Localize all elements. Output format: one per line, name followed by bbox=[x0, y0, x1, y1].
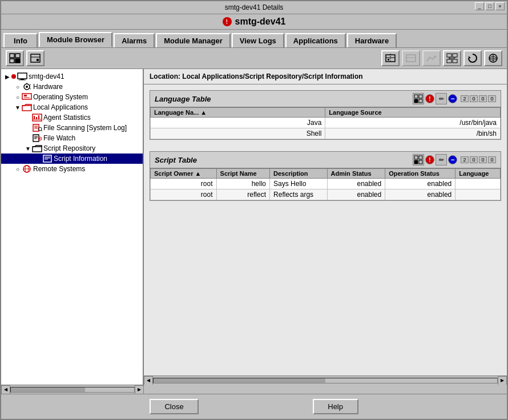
left-hscroll-track[interactable] bbox=[10, 387, 135, 393]
hardware-icon bbox=[22, 83, 32, 91]
table-row[interactable]: root hello Says Hello enabled enabled bbox=[151, 179, 501, 189]
tree-item-smtg-dev41[interactable]: ▶ smtg-dev41 bbox=[1, 71, 143, 82]
toolbar-action1-button[interactable] bbox=[381, 50, 400, 66]
st-properties-button[interactable] bbox=[413, 154, 424, 165]
hscroll-track[interactable] bbox=[153, 378, 498, 383]
expand-icon-si bbox=[34, 155, 42, 163]
svg-rect-14 bbox=[453, 54, 457, 57]
lt-edit-button[interactable]: ✏ bbox=[436, 93, 447, 104]
computer-icon bbox=[17, 72, 27, 80]
left-hscroll-right[interactable]: ▶ bbox=[135, 385, 144, 394]
st-col-owner[interactable]: Script Owner ▲ bbox=[151, 169, 217, 179]
tab-view-logs[interactable]: View Logs bbox=[232, 33, 284, 47]
tab-module-browser[interactable]: Module Browser bbox=[39, 32, 112, 47]
st-alert-button[interactable]: ! bbox=[425, 155, 434, 164]
tree-panel: ▶ smtg-dev41 ○ Hardwa bbox=[1, 69, 144, 385]
st-r1-owner: root bbox=[151, 179, 217, 189]
svg-rect-3 bbox=[15, 59, 20, 63]
tree-label-hw: Hardware bbox=[33, 83, 63, 91]
tree-item-agent-stats[interactable]: Agent Statistics bbox=[1, 112, 143, 123]
st-edit-button[interactable]: ✏ bbox=[436, 154, 447, 165]
lt-badge-0: 2 bbox=[461, 95, 469, 102]
toolbar-action4-button[interactable] bbox=[443, 50, 461, 66]
st-col-lang[interactable]: Language bbox=[455, 169, 501, 179]
location-bar: Location: Local Applications/Script Repo… bbox=[144, 69, 507, 84]
toolbar-edit-button[interactable] bbox=[26, 50, 45, 66]
st-col-oper[interactable]: Operation Status bbox=[385, 169, 455, 179]
hscroll-right-arrow[interactable]: ▶ bbox=[498, 376, 507, 385]
minimize-button[interactable]: _ bbox=[475, 2, 484, 10]
tree-item-remote[interactable]: ○ Remote Systems bbox=[1, 164, 143, 174]
table-row[interactable]: root reflect Reflects args enabled enabl… bbox=[151, 189, 501, 200]
tab-alarms[interactable]: Alarms bbox=[114, 33, 155, 47]
expand-icon-os: ○ bbox=[14, 93, 22, 101]
script-table: Script Owner ▲ Script Name Description A… bbox=[150, 168, 501, 200]
hscroll-left-arrow[interactable]: ◀ bbox=[144, 376, 153, 385]
st-remove-button[interactable]: − bbox=[448, 155, 457, 164]
tabs-bar: Info Module Browser Alarms Module Manage… bbox=[1, 30, 507, 47]
left-hscroll[interactable]: ◀ ▶ bbox=[1, 385, 144, 394]
left-hscroll-left[interactable]: ◀ bbox=[1, 385, 10, 394]
main-title: smtg-dev41 bbox=[235, 17, 286, 27]
svg-rect-11 bbox=[406, 55, 416, 62]
lt-col-source[interactable]: Language Source bbox=[325, 108, 501, 118]
close-button[interactable]: Close bbox=[150, 399, 198, 414]
main-title-bar: ! smtg-dev41 bbox=[1, 14, 507, 30]
tree-label-smtg: smtg-dev41 bbox=[29, 72, 64, 80]
file-watch-icon bbox=[32, 134, 42, 142]
table-row[interactable]: Java /usr/bin/java bbox=[151, 118, 501, 128]
st-col-name[interactable]: Script Name bbox=[216, 169, 270, 179]
toolbar-action2-button[interactable] bbox=[402, 50, 420, 66]
script-table-controls: ! ✏ − 2 0 0 0 bbox=[413, 154, 496, 165]
lt-alert-button[interactable]: ! bbox=[425, 94, 434, 103]
tree-item-script-info[interactable]: Script Information bbox=[1, 154, 143, 164]
lt-col-name[interactable]: Language Na... ▲ bbox=[151, 108, 325, 118]
tree-item-script-repo[interactable]: ▼ Script Repository bbox=[1, 143, 143, 154]
tab-hardware[interactable]: Hardware bbox=[347, 33, 397, 47]
st-badge-1: 0 bbox=[470, 156, 478, 163]
svg-rect-2 bbox=[10, 59, 14, 63]
file-scan-icon bbox=[32, 124, 42, 132]
expand-icon-rs: ○ bbox=[14, 165, 22, 173]
svg-line-30 bbox=[30, 84, 31, 85]
lt-properties-button[interactable] bbox=[413, 93, 424, 104]
table-row[interactable]: Shell /bin/sh bbox=[151, 128, 501, 139]
st-r1-admin: enabled bbox=[327, 179, 385, 189]
tab-module-manager[interactable]: Module Manager bbox=[156, 33, 231, 47]
close-button[interactable]: × bbox=[495, 2, 505, 10]
location-label: Location: bbox=[150, 72, 180, 80]
tab-info[interactable]: Info bbox=[3, 33, 38, 47]
right-hscroll[interactable]: ◀ ▶ bbox=[144, 375, 507, 385]
svg-rect-64 bbox=[419, 156, 422, 159]
script-table-section: Script Table ! ✏ − bbox=[150, 151, 501, 201]
st-badge-0: 2 bbox=[461, 156, 469, 163]
tree-item-file-watch[interactable]: File Watch bbox=[1, 133, 143, 143]
svg-rect-66 bbox=[419, 160, 422, 164]
tree-item-file-scanning[interactable]: File Scanning [System Log] bbox=[1, 123, 143, 133]
content-spacer bbox=[144, 207, 507, 375]
help-button[interactable]: Help bbox=[313, 399, 358, 414]
bottom-bar: Close Help bbox=[1, 394, 507, 419]
tree-item-hardware[interactable]: ○ Hardware bbox=[1, 82, 143, 92]
st-col-desc[interactable]: Description bbox=[270, 169, 328, 179]
tab-applications[interactable]: Applications bbox=[285, 33, 346, 47]
alert-dot bbox=[11, 74, 16, 79]
svg-rect-46 bbox=[33, 135, 39, 142]
st-r2-desc: Reflects args bbox=[270, 189, 328, 200]
tree-item-os[interactable]: ○ Operating System bbox=[1, 92, 143, 102]
toolbar-view-button[interactable] bbox=[6, 50, 24, 66]
st-r2-lang bbox=[455, 189, 501, 200]
maximize-button[interactable]: □ bbox=[485, 2, 494, 10]
expand-icon-la: ▼ bbox=[14, 103, 22, 111]
st-col-admin[interactable]: Admin Status bbox=[327, 169, 385, 179]
bottom-scroll-row: ◀ ▶ bbox=[1, 385, 507, 394]
language-table-header: Language Table ! ✏ − bbox=[150, 91, 501, 107]
lt-remove-button[interactable]: − bbox=[448, 94, 457, 103]
toolbar-link-button[interactable] bbox=[484, 50, 502, 66]
toolbar-action3-button[interactable] bbox=[422, 50, 441, 66]
expand-icon-sr: ▼ bbox=[24, 144, 32, 152]
toolbar-refresh-button[interactable] bbox=[463, 50, 482, 66]
location-path: Local Applications/Script Repository/Scr… bbox=[182, 72, 362, 80]
lt-row1-name: Java bbox=[151, 118, 325, 128]
tree-item-local-apps[interactable]: ▼ Local Applications bbox=[1, 102, 143, 112]
